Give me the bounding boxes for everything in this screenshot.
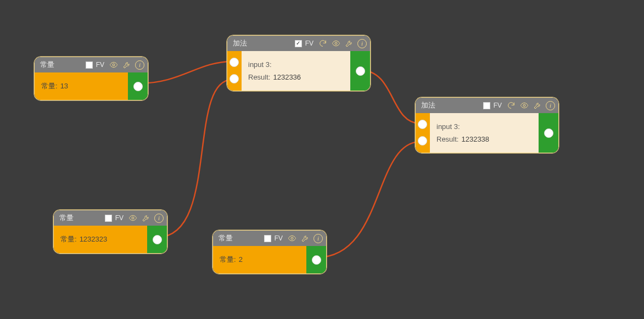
- info-icon[interactable]: i: [313, 234, 323, 243]
- fv-checkbox[interactable]: [264, 235, 271, 242]
- input-port-area: [416, 113, 430, 153]
- result-value: 1232338: [461, 135, 489, 143]
- node-title: 常量: [40, 60, 54, 70]
- node-header[interactable]: 常量 FV i: [54, 210, 167, 226]
- eye-icon[interactable]: [331, 38, 341, 48]
- fv-label: FV: [305, 40, 313, 47]
- refresh-icon[interactable]: [506, 100, 516, 110]
- refresh-icon[interactable]: [318, 38, 328, 48]
- eye-icon[interactable]: [287, 233, 297, 243]
- node-title: 加法: [233, 38, 247, 48]
- node-title: 常量: [219, 233, 233, 243]
- input-port-1[interactable]: [418, 120, 427, 129]
- info-icon[interactable]: i: [546, 101, 555, 110]
- wrench-icon[interactable]: [533, 100, 542, 110]
- output-port[interactable]: [356, 66, 365, 76]
- output-port-area: [128, 72, 148, 100]
- node-add-2[interactable]: 加法 FV i input 3: Result: 1232338: [415, 97, 559, 153]
- fv-checkbox[interactable]: [483, 102, 490, 109]
- value: 13: [60, 82, 68, 90]
- output-port[interactable]: [153, 235, 162, 244]
- input-label: input 3:: [436, 122, 460, 131]
- result-value: 1232336: [273, 73, 301, 81]
- info-icon[interactable]: i: [135, 60, 144, 70]
- input-port-2[interactable]: [229, 74, 239, 83]
- node-header[interactable]: 加法 ✓ FV i: [227, 36, 370, 51]
- node-title: 常量: [59, 213, 74, 223]
- node-constant-3[interactable]: 常量 FV i 常量: 2: [212, 230, 327, 274]
- value: 1232323: [80, 235, 108, 243]
- fv-label: FV: [275, 234, 283, 242]
- fv-label: FV: [115, 214, 124, 222]
- input-label: input 3:: [248, 60, 272, 69]
- output-port[interactable]: [312, 255, 321, 265]
- output-port-area: [147, 226, 167, 253]
- wrench-icon[interactable]: [300, 233, 310, 243]
- output-port-area: [350, 51, 370, 91]
- eye-icon[interactable]: [519, 100, 529, 110]
- node-header[interactable]: 常量 FV i: [213, 231, 326, 246]
- node-constant-1[interactable]: 常量 FV i 常量: 13: [34, 57, 148, 100]
- input-port-area: [227, 51, 242, 91]
- eye-icon[interactable]: [128, 213, 138, 223]
- value-label: 常量:: [220, 255, 236, 265]
- output-port[interactable]: [544, 128, 553, 138]
- result-label: Result:: [436, 135, 458, 143]
- node-header[interactable]: 常量 FV i: [35, 57, 148, 72]
- fv-checkbox[interactable]: [105, 215, 112, 222]
- node-title: 加法: [421, 100, 435, 110]
- fv-label: FV: [96, 61, 104, 69]
- info-icon[interactable]: i: [154, 214, 164, 223]
- node-constant-2[interactable]: 常量 FV i 常量: 1232323: [53, 210, 167, 254]
- output-port-area: [539, 113, 558, 153]
- result-label: Result:: [248, 73, 270, 81]
- node-add-1[interactable]: 加法 ✓ FV i input 3: Result: 1232336: [227, 35, 371, 91]
- value: 2: [239, 255, 243, 264]
- value-label: 常量:: [41, 81, 58, 91]
- fv-checkbox[interactable]: ✓: [295, 40, 302, 47]
- input-port-2[interactable]: [418, 136, 427, 145]
- wrench-icon[interactable]: [141, 213, 151, 223]
- wrench-icon[interactable]: [122, 60, 132, 70]
- wrench-icon[interactable]: [344, 38, 354, 48]
- value-label: 常量:: [60, 234, 77, 244]
- info-icon[interactable]: i: [357, 39, 367, 48]
- fv-label: FV: [494, 102, 502, 109]
- input-port-1[interactable]: [229, 58, 239, 67]
- fv-checkbox[interactable]: [86, 61, 93, 69]
- eye-icon[interactable]: [109, 60, 119, 70]
- output-port-area: [306, 246, 326, 273]
- output-port[interactable]: [133, 82, 143, 91]
- node-header[interactable]: 加法 FV i: [416, 98, 558, 113]
